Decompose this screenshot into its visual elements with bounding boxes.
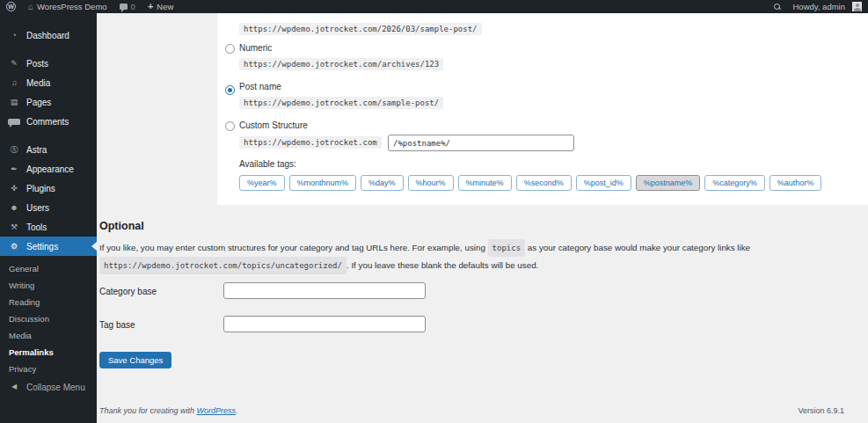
optional-description-part3: . If you leave these blank the defaults … (346, 260, 538, 270)
optional-description: If you like, you may enter custom struct… (99, 239, 785, 274)
my-account-menu[interactable]: Howdy, admin (787, 0, 868, 13)
tag-button-postname[interactable]: %postname% (636, 175, 701, 191)
wordpress-logo-menu[interactable]: W (0, 0, 22, 13)
collapse-menu-button[interactable]: ◀ Collapse Menu (0, 378, 97, 396)
submenu-item-media[interactable]: Media (0, 327, 97, 344)
post-name-url-example: https://wpdemo.jotrocket.com/sample-post… (239, 97, 443, 109)
collapse-menu-label: Collapse Menu (26, 383, 85, 392)
submenu-item-label: Permalinks (9, 347, 54, 357)
media-icon: ♫ (8, 79, 20, 87)
plus-icon: + (148, 2, 153, 11)
numeric-label[interactable]: Numeric (239, 43, 272, 53)
sidebar-item-label: Settings (26, 242, 58, 252)
sidebar-menu-top: ◔ Dashboard ✎ Posts ♫ Media ▤ Pages Comm… (0, 26, 97, 237)
submenu-item-label: Media (9, 331, 32, 340)
sidebar-item-users[interactable]: ☻ Users (0, 198, 97, 217)
submenu-item-general[interactable]: General (0, 260, 97, 277)
settings-gear-icon: ⚙ (8, 243, 20, 251)
comments-count: 0 (131, 2, 135, 11)
submenu-item-writing[interactable]: Writing (0, 277, 97, 294)
footer-version: Version 6.9.1 (798, 406, 844, 415)
tag-base-input[interactable] (223, 316, 426, 332)
submenu-item-label: Reading (9, 297, 40, 307)
appearance-icon: ✒ (8, 165, 20, 173)
admin-bar: W ⌂ WoresPress Demo 0 + New Howdy, admin (0, 0, 868, 13)
tag-button-author[interactable]: %author% (770, 175, 822, 191)
custom-structure-input[interactable] (388, 135, 574, 151)
sidebar-item-comments[interactable]: Comments (0, 112, 97, 131)
sidebar-item-label: Appearance (26, 164, 74, 174)
tag-button-year[interactable]: %year% (239, 175, 285, 191)
sidebar-item-settings[interactable]: ⚙ Settings (0, 237, 97, 256)
available-tags-row: %year%%monthnum%%day%%hour%%minute%%seco… (239, 175, 821, 191)
sidebar-item-posts[interactable]: ✎ Posts (0, 54, 97, 73)
site-name-label: WoresPress Demo (37, 2, 107, 11)
category-base-input[interactable] (223, 282, 426, 299)
sidebar-item-label: Pages (26, 98, 51, 107)
submenu-item-privacy[interactable]: Privacy (0, 361, 97, 377)
tag-button-post-id[interactable]: %post_id% (576, 175, 631, 191)
settings-submenu: General Writing Reading Discussion Media… (0, 256, 97, 377)
available-tags-label: Available tags: (239, 159, 296, 169)
settings-permalinks-page: https://wpdemo.jotrocket.com/2026/03/sam… (97, 13, 868, 423)
sidebar-item-label: Comments (26, 117, 69, 127)
search-icon (774, 4, 781, 11)
sidebar-item-label: Tools (26, 222, 47, 232)
tag-base-label: Tag base (99, 320, 135, 330)
footer-period: . (236, 406, 238, 415)
topics-code: topics (488, 239, 526, 257)
home-icon: ⌂ (28, 3, 33, 11)
posts-icon: ✎ (8, 60, 20, 68)
submenu-item-permalinks[interactable]: Permalinks (0, 344, 97, 361)
users-icon: ☻ (8, 204, 20, 212)
sidebar-item-tools[interactable]: ⚒ Tools (0, 217, 97, 237)
submenu-item-discussion[interactable]: Discussion (0, 310, 97, 327)
tag-button-second[interactable]: %second% (516, 175, 572, 191)
comments-bubble-icon (120, 4, 128, 10)
search-menu[interactable] (768, 0, 787, 13)
sidebar-item-label: Plugins (26, 184, 55, 193)
sidebar-item-media[interactable]: ♫ Media (0, 73, 97, 92)
tag-button-minute[interactable]: %minute% (458, 175, 512, 191)
submenu-item-label: Discussion (9, 314, 49, 324)
sidebar-item-pages[interactable]: ▤ Pages (0, 92, 97, 112)
tools-icon: ⚒ (8, 223, 20, 231)
sidebar-item-plugins[interactable]: ✜ Plugins (0, 179, 97, 198)
post-name-label[interactable]: Post name (239, 82, 281, 91)
category-url-code: https://wpdemo.jotrocket.com/topics/unca… (99, 257, 346, 274)
site-name-menu[interactable]: ⌂ WoresPress Demo (22, 0, 113, 13)
custom-structure-radio[interactable] (225, 121, 235, 131)
plugins-icon: ✜ (8, 185, 20, 193)
custom-structure-prefix: https://wpdemo.jotrocket.com (239, 136, 382, 149)
admin-sidebar-menu: ◔ Dashboard ✎ Posts ♫ Media ▤ Pages Comm… (0, 13, 97, 423)
footer-thanks-text: Thank you for creating with (99, 406, 197, 415)
sidebar-item-label: Dashboard (26, 31, 69, 40)
submenu-item-label: Privacy (9, 364, 36, 374)
tag-button-day[interactable]: %day% (361, 175, 404, 191)
tag-button-category[interactable]: %category% (704, 175, 765, 191)
footer-thanks: Thank you for creating with WordPress. (99, 406, 238, 415)
optional-heading: Optional (99, 220, 144, 232)
comments-icon (8, 119, 20, 125)
sidebar-item-dashboard[interactable]: ◔ Dashboard (0, 26, 97, 45)
pages-icon: ▤ (8, 98, 20, 106)
save-changes-button[interactable]: Save Changes (99, 352, 171, 368)
tag-button-monthnum[interactable]: %monthnum% (289, 175, 357, 191)
numeric-radio[interactable] (225, 44, 235, 54)
sidebar-item-appearance[interactable]: ✒ Appearance (0, 159, 97, 179)
custom-structure-label[interactable]: Custom Structure (239, 120, 308, 130)
sidebar-item-astra[interactable]: Ⓐ Astra (0, 140, 97, 159)
tag-button-hour[interactable]: %hour% (408, 175, 454, 191)
collapse-icon: ◀ (8, 383, 20, 390)
sidebar-item-label: Posts (26, 59, 48, 69)
submenu-item-reading[interactable]: Reading (0, 294, 97, 310)
comments-menu[interactable]: 0 (113, 0, 142, 13)
wordpress-link[interactable]: WordPress (197, 406, 237, 415)
howdy-label: Howdy, admin (793, 2, 846, 11)
post-name-radio[interactable] (225, 85, 235, 95)
new-content-menu[interactable]: + New (142, 0, 179, 13)
submenu-item-label: Writing (9, 281, 34, 290)
user-avatar (852, 2, 862, 11)
optional-description-part2: as your category base would make your ca… (525, 243, 750, 252)
sidebar-item-label: Users (26, 203, 49, 213)
